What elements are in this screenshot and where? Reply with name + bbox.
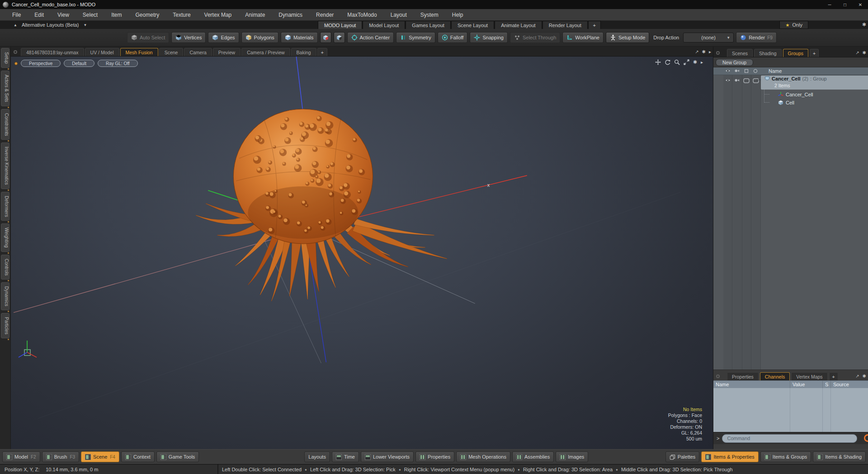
menu-dynamics[interactable]: Dynamics <box>272 12 309 18</box>
viewport-tab-baking[interactable]: Baking <box>291 48 316 56</box>
symmetry-button[interactable]: Symmetry <box>396 32 435 43</box>
gear-icon[interactable]: ✱ <box>702 49 706 54</box>
raygl-toggle[interactable]: Ray GL: Off <box>98 60 138 67</box>
projection-selector[interactable]: Perspective <box>21 60 61 67</box>
viewport-gear-icon[interactable]: ✱ <box>693 59 697 65</box>
edges-button[interactable]: Edges <box>208 32 239 43</box>
sidebar-tab-weighting[interactable]: Weighting <box>1 223 9 251</box>
tab-vertex-maps[interactable]: Vertex Maps <box>791 372 827 380</box>
menu-system[interactable]: System <box>414 12 445 18</box>
mesh-operations-toggle-button[interactable]: Mesh Operations <box>456 451 510 462</box>
menu-render[interactable]: Render <box>309 12 340 18</box>
tree-item-cell[interactable]: Cell <box>761 99 868 106</box>
viewport-tab-uv-model[interactable]: UV / Model <box>85 48 119 56</box>
group-row-cancer-cell[interactable]: — Cancer_Cell (2) : Group 2 Items <box>761 76 868 90</box>
collapse-minus-icon[interactable]: — <box>756 77 761 82</box>
visibility-column-eye-icon[interactable] <box>725 69 731 73</box>
setup-mode-button[interactable]: Setup Mode <box>606 32 649 43</box>
only-toggle-button[interactable]: ★ Only <box>779 21 808 29</box>
properties-toggle-button[interactable]: Properties <box>415 451 454 462</box>
auto-select-button[interactable]: Auto Select <box>127 32 169 43</box>
column-header-s[interactable]: S <box>823 381 831 388</box>
sidebar-tab-dynamics[interactable]: Dynamics <box>1 282 9 310</box>
expand-icon[interactable]: ↗ <box>855 50 859 55</box>
rotate-icon[interactable] <box>665 59 670 65</box>
lower-viewports-toggle-button[interactable]: Lower Viewports <box>361 451 414 462</box>
tab-scene-layout[interactable]: Scene Layout <box>451 21 494 29</box>
viewport-tab-scene[interactable]: Scene <box>159 48 184 56</box>
sidebar-tab-controls[interactable]: Controls <box>1 255 9 280</box>
assemblies-toggle-button[interactable]: Assemblies <box>512 451 554 462</box>
column-header-value[interactable]: Value <box>790 381 823 388</box>
add-panel-tab-button[interactable]: + <box>810 49 819 57</box>
shading-selector[interactable]: Default <box>64 60 94 67</box>
panel-widget-icon[interactable] <box>716 374 720 378</box>
items-groups-button[interactable]: Items & Groups <box>760 451 811 462</box>
groups-tree[interactable]: — Cancer_Cell (2) : Group 2 Items Cancer… <box>713 75 868 370</box>
brush-toggle-button[interactable]: Brush F3 <box>42 451 79 462</box>
tab-channels[interactable]: Channels <box>760 372 790 380</box>
tab-render-layout[interactable]: Render Layout <box>542 21 588 29</box>
sidebar-tab-setup[interactable]: Setup <box>1 48 9 68</box>
selection-mode-toggle-2[interactable] <box>334 32 345 43</box>
palettes-button[interactable]: Palettes <box>665 451 700 462</box>
time-toggle-button[interactable]: Time <box>332 451 359 462</box>
sidebar-tab-particles[interactable]: Particles <box>1 313 9 338</box>
materials-button[interactable]: Materials <box>281 32 318 43</box>
menu-select[interactable]: Select <box>76 12 104 18</box>
menu-maxtomodo[interactable]: MaxToModo <box>340 12 383 18</box>
pan-icon[interactable] <box>655 59 661 65</box>
snapping-button[interactable]: Snapping <box>470 32 508 43</box>
tab-shading[interactable]: Shading <box>754 49 782 57</box>
gear-icon[interactable]: ✱ <box>863 374 866 379</box>
sidebar-tab-inverse-kinematics[interactable]: Inverse Kinematics <box>1 142 9 189</box>
sidebar-tab-actors-sets[interactable]: Actors & Sets <box>1 71 9 106</box>
channels-table-body[interactable] <box>713 388 868 432</box>
minimize-button[interactable]: ─ <box>822 0 837 9</box>
viewport-tab-mesh-fusion[interactable]: Mesh Fusion <box>120 48 158 56</box>
alternative-layouts-menu[interactable]: ▲ Alternative Layouts (Beta) ▼ <box>14 21 87 29</box>
images-toggle-button[interactable]: Images <box>556 451 588 462</box>
command-input[interactable]: Command <box>722 434 857 443</box>
viewport-3d-canvas[interactable]: x Perspective Default Ray GL: Off <box>11 57 713 449</box>
items-shading-button[interactable]: Items & Shading <box>813 451 866 462</box>
render-column-icon[interactable] <box>734 69 740 73</box>
sidebar-tab-constraints[interactable]: Constraints <box>1 109 9 140</box>
viewport-tab-camera-preview[interactable]: Camera / Preview <box>241 48 290 56</box>
tab-games-layout[interactable]: Games Layout <box>406 21 451 29</box>
layouts-button[interactable]: Layouts <box>304 451 330 462</box>
selection-mode-toggle-1[interactable] <box>320 32 331 43</box>
group-checkbox-1[interactable] <box>743 78 750 83</box>
expand-icon[interactable]: ↗ <box>695 49 698 54</box>
tab-model-layout[interactable]: Model Layout <box>363 21 405 29</box>
context-toggle-button[interactable]: Context <box>121 451 155 462</box>
workplane-button[interactable]: WorkPlane <box>562 32 604 43</box>
viewport-tab-session[interactable]: 48146780318:lay-unmax <box>21 48 84 56</box>
expand-icon[interactable]: ↗ <box>855 374 859 379</box>
drop-action-dropdown[interactable]: (none) ▼ <box>683 33 734 43</box>
menu-file[interactable]: File <box>5 12 28 18</box>
sidebar-tab-deformers[interactable]: Deformers <box>1 192 9 221</box>
panel-menu-icon[interactable]: ▸ <box>709 49 711 54</box>
menu-vertex-map[interactable]: Vertex Map <box>198 12 239 18</box>
menu-edit[interactable]: Edit <box>28 12 51 18</box>
command-history-icon[interactable] <box>864 434 868 442</box>
tab-modo-layout[interactable]: MODO Layout <box>318 21 362 29</box>
tab-animate-layout[interactable]: Animate Layout <box>495 21 542 29</box>
scene-toggle-button[interactable]: Scene F4 <box>81 451 119 462</box>
vertices-button[interactable]: Vertices <box>171 32 206 43</box>
viewport-status-dot-icon[interactable] <box>14 62 18 65</box>
sphere-column-icon[interactable] <box>753 69 758 73</box>
add-panel-tab-button[interactable]: + <box>829 372 838 380</box>
tree-item-cancer-cell[interactable]: Cancer_Cell <box>761 90 868 98</box>
maximize-viewport-icon[interactable] <box>684 59 689 65</box>
column-header-source[interactable]: Source <box>831 381 868 388</box>
tab-properties[interactable]: Properties <box>727 372 759 380</box>
menu-geometry[interactable]: Geometry <box>129 12 166 18</box>
group-visibility-eye-icon[interactable] <box>725 78 731 82</box>
menu-layout[interactable]: Layout <box>384 12 414 18</box>
game-tools-toggle-button[interactable]: Game Tools <box>156 451 199 462</box>
viewport-tab-preview[interactable]: Preview <box>213 48 241 56</box>
menu-animate[interactable]: Animate <box>238 12 272 18</box>
group-render-icon[interactable] <box>734 78 740 82</box>
